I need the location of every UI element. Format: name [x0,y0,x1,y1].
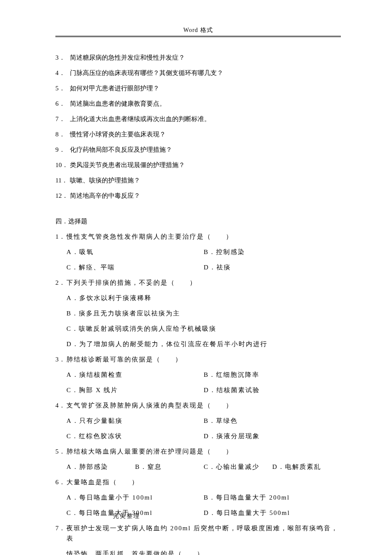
item-text: 如何对甲亢患者进行眼部护理？ [70,83,341,93]
option-c: C．咳嗽反射减弱或消失的病人应给予机械吸痰 [66,324,341,334]
q-number: 1． [55,231,66,242]
option-d: D．祛痰 [204,262,341,272]
option-c: C．心输出量减少 [204,462,272,472]
q-stem-text: 夜班护士发现一支扩病人咯血约 200ml 后突然中断，呼吸极度困难，喉部有痰鸣音… [66,523,341,543]
page-footer: 完美整理 [0,512,392,521]
option-d: D．痰液分层现象 [204,431,341,441]
option-b: B．控制感染 [204,247,341,257]
mc-question: 7．夜班护士发现一支扩病人咯血约 200ml 后突然中断，呼吸极度困难，喉部有痰… [55,523,341,555]
q-stem-text: 肺结核大咯血病人最重要的潜在护理问题是（ ） [66,446,341,457]
mc-question: 4．支气管扩张及肺脓肿病人痰液的典型表现是（ ） A．只有少量黏痰B．草绿色 C… [55,400,341,441]
q-stem-cont: 情恐怖，两手乱抓，首先要做的是（ ） [55,549,341,555]
item-number: 7． [55,114,70,124]
item-text: 简述地高辛的中毒反应？ [70,191,341,201]
item-number: 11． [55,175,70,185]
mc-question: 1．慢性支气管炎急性发作期病人的主要治疗是（ ） A．吸氧B．控制感染 C．解痉… [55,231,341,272]
header-rule [55,36,341,37]
q-number: 6． [55,477,66,487]
option-b: B．窒息 [135,462,204,472]
q-stem-text: 下列关于排痰的措施，不妥的是（ ） [66,278,341,288]
option-d: D．为了增加病人的耐受能力，体位引流应在餐后半小时内进行 [66,339,341,349]
item-text: 咳嗽、咳痰的护理措施？ [70,175,341,185]
option-d: D．电解质紊乱 [272,462,341,472]
option-a: A．每日咯血量小于 100ml [66,492,204,503]
essay-item: 3．简述糖尿病的急性并发症和慢性并发症？ [55,52,341,63]
option-b: B．痰多且无力咳痰者应以祛痰为主 [66,308,341,318]
essay-item: 6．简述脑出血患者的健康教育要点。 [55,98,341,109]
page-header: Word 格式 [55,26,341,36]
item-number: 12． [55,191,70,201]
option-c: C．胸部 X 线片 [66,385,204,395]
item-text: 简述脑出血患者的健康教育要点。 [70,98,341,109]
option-c: C．解痉、平喘 [66,262,204,272]
option-d: D．结核菌素试验 [204,385,341,395]
option-a: A．肺部感染 [66,462,135,472]
q-number: 2． [55,278,66,288]
essay-item: 4．门脉高压症的临床表现有哪些？其侧支循环有哪几支？ [55,68,341,78]
item-text: 门脉高压症的临床表现有哪些？其侧支循环有哪几支？ [70,68,341,78]
essay-item: 12．简述地高辛的中毒反应？ [55,191,341,201]
q-stem-text: 慢性支气管炎急性发作期病人的主要治疗是（ ） [66,231,341,242]
item-number: 6． [55,98,70,109]
mc-question: 5．肺结核大咯血病人最重要的潜在护理问题是（ ） A．肺部感染 B．窒息 C．心… [55,446,341,472]
option-b: B．草绿色 [204,416,341,426]
item-number: 5． [55,83,70,93]
option-a: A．痰结核菌检查 [66,370,204,380]
q-stem-text: 支气管扩张及肺脓肿病人痰液的典型表现是（ ） [66,400,341,410]
mc-question: 3．肺结核诊断最可靠的依据是（ ） A．痰结核菌检查B．红细胞沉降率 C．胸部 … [55,354,341,395]
option-a: A．只有少量黏痰 [66,416,204,426]
option-a: A．吸氧 [66,247,204,257]
essay-item: 8．慢性肾小球肾炎的主要临床表现？ [55,129,341,139]
item-number: 3． [55,52,70,63]
essay-item: 11．咳嗽、咳痰的护理措施？ [55,175,341,185]
q-number: 3． [55,354,66,364]
item-text: 简述糖尿病的急性并发症和慢性并发症？ [70,52,341,63]
q-number: 5． [55,446,66,457]
section-4-title: 四．选择题 [55,216,341,226]
item-text: 上消化道大出血患者继续或再次出血的判断标准。 [70,114,341,124]
option-a: A．多饮水以利于痰液稀释 [66,293,341,303]
item-text: 类风湿关节炎患者出现晨僵的护理措施？ [70,160,341,170]
item-number: 10． [55,160,70,170]
q-number: 7． [55,523,66,543]
mc-question: 2．下列关于排痰的措施，不妥的是（ ） A．多饮水以利于痰液稀释 B．痰多且无力… [55,278,341,349]
item-number: 9． [55,145,70,155]
q-number: 4． [55,400,66,410]
essay-item: 9．化疗药物局部不良反应及护理措施？ [55,145,341,155]
q-stem-text: 大量咯血是指（ ） [66,477,341,487]
option-b: B．每日咯血量大于 200ml [204,492,341,503]
q-stem-text: 肺结核诊断最可靠的依据是（ ） [66,354,341,364]
item-number: 8． [55,129,70,139]
essay-item: 10．类风湿关节炎患者出现晨僵的护理措施？ [55,160,341,170]
item-text: 化疗药物局部不良反应及护理措施？ [70,145,341,155]
item-number: 4． [55,68,70,78]
essay-item: 5．如何对甲亢患者进行眼部护理？ [55,83,341,93]
item-text: 慢性肾小球肾炎的主要临床表现？ [70,129,341,139]
essay-item: 7．上消化道大出血患者继续或再次出血的判断标准。 [55,114,341,124]
essay-question-list: 3．简述糖尿病的急性并发症和慢性并发症？ 4．门脉高压症的临床表现有哪些？其侧支… [55,52,341,201]
option-c: C．红棕色胶冻状 [66,431,204,441]
option-b: B．红细胞沉降率 [204,370,341,380]
